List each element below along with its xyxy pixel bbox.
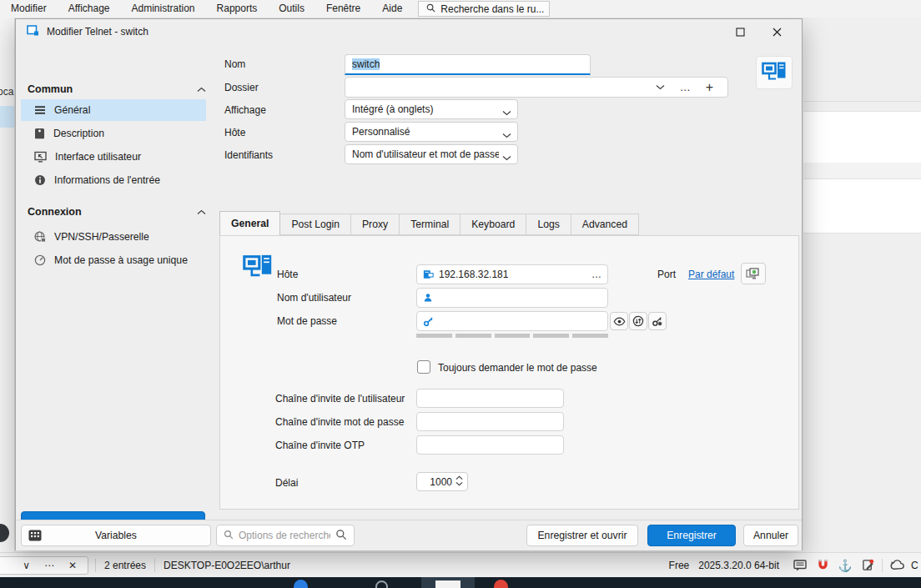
search-icon xyxy=(224,530,234,542)
spinner-arrows-icon[interactable] xyxy=(455,475,463,486)
sidebar-item-otp[interactable]: Mot de passe à usage unique xyxy=(21,249,206,271)
always-ask-password-checkbox[interactable] xyxy=(417,360,430,374)
filter-dropdown-icon[interactable]: ∨ xyxy=(23,560,30,571)
password-field[interactable] xyxy=(439,315,601,327)
dossier-more-button[interactable]: … xyxy=(672,81,698,93)
dossier-combo[interactable]: … + xyxy=(345,77,728,98)
menu-affichage[interactable]: Affichage xyxy=(58,0,121,18)
identifiants-select[interactable]: Nom d'utilisateur et mot de passe xyxy=(345,144,518,164)
password-history-button[interactable] xyxy=(629,312,647,330)
sidebar-item-vpn-ssh[interactable]: VPN/SSH/Passerelle xyxy=(21,226,206,248)
sidebar-item-informations[interactable]: Informations de l'entrée xyxy=(21,169,206,191)
sidebar-item-description[interactable]: Description xyxy=(21,123,206,144)
test-connection-button[interactable] xyxy=(741,263,766,284)
background-right-panel xyxy=(803,18,921,552)
cloud-sync-icon[interactable] xyxy=(888,557,905,574)
sidebar-item-label: Mot de passe à usage unique xyxy=(54,254,188,266)
search-icon xyxy=(426,3,435,15)
search-icon-right[interactable] xyxy=(335,529,347,543)
hote-label: Hôte xyxy=(277,269,298,280)
notes-edit-icon[interactable] xyxy=(859,557,876,574)
tab-post-login[interactable]: Post Login xyxy=(280,214,351,235)
sidebar-section-connexion[interactable]: Connexion xyxy=(28,204,206,219)
user-host: DESKTOP-E0O2EEO\arthur xyxy=(155,560,299,571)
show-password-button[interactable] xyxy=(610,312,628,330)
chevron-down-icon xyxy=(502,152,511,163)
generate-password-button[interactable] xyxy=(648,312,667,330)
maximize-button[interactable] xyxy=(725,19,755,44)
dossier-add-button[interactable]: + xyxy=(698,80,721,95)
list-icon xyxy=(34,104,46,116)
sidebar-section-commun[interactable]: Commun xyxy=(28,82,206,97)
tab-proxy[interactable]: Proxy xyxy=(351,214,400,235)
hote-more-button[interactable]: … xyxy=(591,269,601,280)
anchor-icon[interactable]: ⚓ xyxy=(837,557,853,574)
prompt-user-field[interactable] xyxy=(423,393,557,405)
background-left-panel: oca xyxy=(0,18,15,552)
filter-close-icon[interactable]: ✕ xyxy=(68,560,77,571)
affichage-label: Affichage xyxy=(224,104,266,116)
hote-value: 192.168.32.181 xyxy=(439,269,586,280)
ribbon-search-box[interactable]: Recherche dans le ru... xyxy=(418,1,550,17)
variables-label: Variables xyxy=(95,530,137,541)
affichage-select[interactable]: Intégré (à onglets) xyxy=(345,99,518,119)
variables-button[interactable]: Variables xyxy=(21,525,211,546)
chevron-down-icon xyxy=(502,107,511,118)
tab-keyboard[interactable]: Keyboard xyxy=(460,214,526,235)
entries-count: 2 entrées xyxy=(96,560,154,571)
chevron-up-icon[interactable] xyxy=(197,206,206,218)
taskbar-app-icon-blue[interactable] xyxy=(294,580,308,588)
tab-terminal[interactable]: Terminal xyxy=(400,214,460,235)
background-selected-row xyxy=(0,106,15,128)
version-label: 2025.3.20.0 64-bit xyxy=(698,560,779,571)
delay-spinner[interactable]: 1000 xyxy=(416,472,468,491)
menu-aide[interactable]: Aide xyxy=(371,0,413,18)
prompt-otp-input[interactable] xyxy=(416,435,564,455)
taskbar-app-icon-red[interactable] xyxy=(494,580,508,588)
menu-outils[interactable]: Outils xyxy=(268,0,315,18)
feedback-icon[interactable] xyxy=(792,557,808,574)
monitor-status-icon xyxy=(746,268,761,280)
menu-rapports[interactable]: Rapports xyxy=(206,0,269,18)
hote-input[interactable]: 192.168.32.181 … xyxy=(416,264,608,284)
menu-fenetre[interactable]: Fenêtre xyxy=(315,0,371,18)
save-and-open-button[interactable]: Enregistrer et ouvrir xyxy=(526,525,638,546)
taskbar-active-app[interactable] xyxy=(421,577,475,588)
tab-advanced[interactable]: Advanced xyxy=(571,214,639,235)
tab-logs[interactable]: Logs xyxy=(526,214,571,235)
menu-administration[interactable]: Administration xyxy=(121,0,206,18)
host-icon xyxy=(423,269,434,279)
sidebar-item-interface-utilisateur[interactable]: Interface utilisateur xyxy=(21,146,206,168)
tab-general[interactable]: General xyxy=(219,211,280,235)
port-default-link[interactable]: Par défaut xyxy=(688,269,734,280)
cancel-button[interactable]: Annuler xyxy=(743,525,798,546)
options-search-input[interactable] xyxy=(239,530,330,541)
options-search-box[interactable] xyxy=(216,525,355,546)
username-field[interactable] xyxy=(438,292,601,304)
nom-input[interactable]: switch xyxy=(345,54,591,75)
prompt-otp-field[interactable] xyxy=(423,440,557,451)
screen: Modifier Affichage Administration Rappor… xyxy=(0,0,921,588)
sidebar-item-label: Informations de l'entrée xyxy=(54,174,160,186)
chevron-up-icon[interactable] xyxy=(197,83,206,95)
hote-mode-select[interactable]: Personnalisé xyxy=(345,122,518,142)
taskbar[interactable] xyxy=(0,577,921,588)
dialog-title-bar[interactable]: Modifier Telnet - switch xyxy=(16,19,802,44)
username-input[interactable] xyxy=(416,288,608,308)
prompt-password-input[interactable] xyxy=(416,412,564,431)
globe-lock-icon xyxy=(34,231,46,243)
close-button[interactable] xyxy=(762,19,792,44)
password-input[interactable] xyxy=(416,311,608,331)
affichage-value: Intégré (à onglets) xyxy=(352,103,433,115)
filter-more-icon[interactable]: ⋯ xyxy=(44,560,54,571)
prompt-user-input[interactable] xyxy=(416,389,564,408)
username-label: Nom d'utilisateur xyxy=(277,292,351,304)
prompt-password-field[interactable] xyxy=(423,416,557,428)
menu-modifier[interactable]: Modifier xyxy=(0,0,58,18)
taskbar-app-icon-ring[interactable] xyxy=(375,580,388,588)
dossier-dropdown-icon[interactable] xyxy=(648,84,672,90)
sidebar-item-general[interactable]: Général xyxy=(21,99,206,121)
filter-box[interactable]: ∨ ⋯ ✕ xyxy=(0,556,88,575)
magnet-icon[interactable] xyxy=(814,557,831,574)
save-button[interactable]: Enregistrer xyxy=(647,525,736,546)
